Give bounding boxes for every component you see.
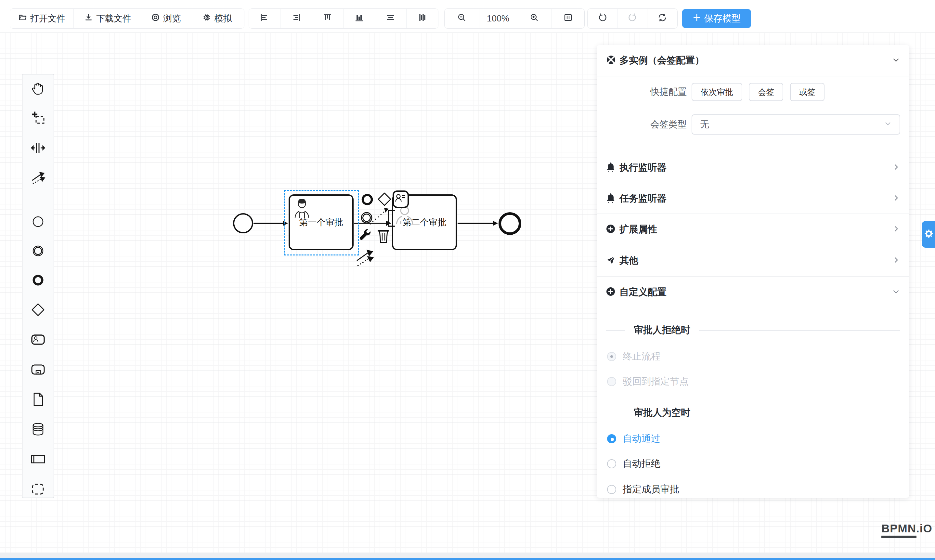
file-toolbar-group: 打开文件 下载文件 浏览 模拟 <box>10 8 245 29</box>
redo-button[interactable] <box>617 9 647 28</box>
user-task-icon[interactable] <box>30 332 46 348</box>
panel-header[interactable]: 多实例（会签配置） <box>597 45 909 76</box>
end-event-icon[interactable] <box>30 273 46 288</box>
align-bottom-icon <box>355 13 364 25</box>
fit-viewport-button[interactable] <box>552 9 584 28</box>
chevron-right-icon <box>892 163 900 172</box>
section-extended-properties[interactable]: 扩展属性 <box>597 214 909 245</box>
start-event-icon[interactable] <box>30 214 46 229</box>
chevron-down-icon <box>892 287 900 297</box>
align-toolbar-group <box>249 8 438 29</box>
radio-auto-pass[interactable]: 自动通过 <box>607 432 660 445</box>
data-store-icon[interactable] <box>30 422 46 437</box>
chevron-down-icon <box>884 119 892 130</box>
download-icon <box>84 13 93 24</box>
context-append-user-task[interactable] <box>392 190 409 209</box>
context-append-gateway[interactable] <box>376 191 392 208</box>
type-select[interactable]: 无 <box>692 114 900 135</box>
align-top-button[interactable] <box>312 9 343 28</box>
history-toolbar-group <box>587 8 678 29</box>
align-left-button[interactable] <box>249 9 280 28</box>
bottom-accent-bar <box>0 558 935 560</box>
zoom-toolbar-group: 100% <box>444 8 585 29</box>
align-left-icon <box>260 13 269 25</box>
radio-return-to-node[interactable]: 驳回到指定节点 <box>607 375 689 388</box>
open-file-label: 打开文件 <box>30 13 65 25</box>
section-custom-config[interactable]: 自定义配置 <box>597 277 909 308</box>
gear-icon <box>924 229 933 240</box>
save-model-label: 保存模型 <box>704 12 741 25</box>
divider <box>597 214 909 214</box>
space-tool-icon[interactable] <box>30 140 46 156</box>
undo-button[interactable] <box>587 9 617 28</box>
bpmn-palette <box>22 74 54 498</box>
context-connect-tool[interactable] <box>355 248 376 268</box>
section-execution-listener[interactable]: 执行监听器 <box>597 152 909 183</box>
watermark-underline <box>881 535 917 538</box>
panel-title: 多实例（会签配置） <box>620 54 704 67</box>
lasso-tool-icon[interactable] <box>30 110 46 126</box>
bpmn-io-watermark: BPMN.iO <box>881 522 932 538</box>
bottom-strip <box>0 552 935 558</box>
context-delete-trash[interactable] <box>376 227 391 244</box>
multi-instance-icon <box>606 55 616 66</box>
zoom-out-icon <box>457 13 466 25</box>
radio-icon <box>607 377 616 386</box>
align-top-icon <box>323 13 332 25</box>
save-model-button[interactable]: 保存模型 <box>682 9 751 28</box>
quick-option-countersign[interactable]: 会签 <box>749 83 783 101</box>
participant-icon[interactable] <box>30 451 46 467</box>
section-other[interactable]: 其他 <box>597 245 909 276</box>
simulate-label: 模拟 <box>214 13 232 25</box>
align-right-button[interactable] <box>280 9 312 28</box>
settings-side-tab[interactable] <box>922 221 935 248</box>
plus-circle-icon <box>606 287 615 298</box>
preview-label: 浏览 <box>163 13 181 25</box>
reset-button[interactable] <box>647 9 677 28</box>
radio-assign-member[interactable]: 指定成员审批 <box>607 483 679 496</box>
reset-icon <box>657 13 667 25</box>
data-object-icon[interactable] <box>30 392 46 407</box>
call-activity-icon[interactable] <box>30 362 46 377</box>
simulate-button[interactable]: 模拟 <box>190 9 244 28</box>
redo-icon <box>627 13 637 25</box>
global-connect-tool-icon[interactable] <box>30 170 46 186</box>
quick-config-label: 快捷配置 <box>627 86 687 98</box>
plus-circle-icon <box>606 224 615 235</box>
align-center-vertical-button[interactable] <box>407 9 438 28</box>
radio-icon <box>607 434 616 443</box>
radio-auto-reject[interactable]: 自动拒绝 <box>607 457 660 470</box>
type-select-label: 会签类型 <box>627 118 687 131</box>
align-bottom-button[interactable] <box>343 9 375 28</box>
context-change-type-wrench[interactable] <box>358 228 373 243</box>
end-event-shape[interactable] <box>498 212 521 235</box>
bell-icon <box>606 193 615 205</box>
context-append-end-event[interactable] <box>360 192 374 207</box>
group-icon[interactable] <box>30 482 46 497</box>
fit-viewport-icon <box>564 13 573 25</box>
zoom-in-icon <box>530 13 539 25</box>
zoom-in-button[interactable] <box>517 9 552 28</box>
zoom-level-display[interactable]: 100% <box>479 9 517 28</box>
align-center-horizontal-button[interactable] <box>375 9 407 28</box>
start-event-shape[interactable] <box>233 213 253 233</box>
download-file-button[interactable]: 下载文件 <box>74 9 142 28</box>
radio-terminate-process[interactable]: 终止流程 <box>607 350 660 363</box>
quick-option-sequential[interactable]: 依次审批 <box>692 83 742 101</box>
section-task-listener[interactable]: 任务监听器 <box>597 183 909 214</box>
quick-option-orsign[interactable]: 或签 <box>790 83 824 101</box>
quick-config-options: 依次审批 会签 或签 <box>692 83 830 101</box>
divider <box>597 276 909 277</box>
gateway-icon[interactable] <box>30 302 46 317</box>
watermark-text: BPMN.iO <box>881 522 932 535</box>
open-file-button[interactable]: 打开文件 <box>10 9 74 28</box>
chevron-right-icon <box>892 194 900 203</box>
preview-button[interactable]: 浏览 <box>142 9 190 28</box>
align-center-horizontal-icon <box>386 13 395 25</box>
sequence-flow-3[interactable] <box>458 217 499 230</box>
reject-group-title: 审批人拒绝时 <box>597 324 909 337</box>
intermediate-event-icon[interactable] <box>30 243 46 258</box>
zoom-out-button[interactable] <box>444 9 479 28</box>
radio-icon <box>607 485 616 494</box>
hand-tool-icon[interactable] <box>30 80 46 96</box>
